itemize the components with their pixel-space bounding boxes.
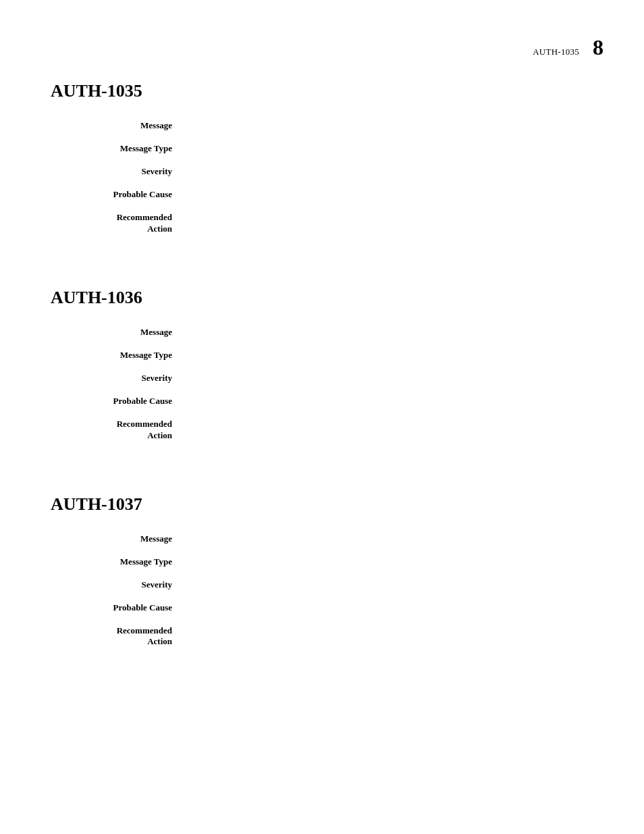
field-row-recaction-1036: RecommendedAction [51, 419, 603, 454]
field-label-probcause-1035: Probable Cause [51, 189, 186, 212]
field-label-message-1037: Message [51, 533, 186, 556]
entry-title-auth-1037: AUTH-1037 [51, 494, 603, 515]
field-row-severity-1037: Severity [51, 579, 603, 602]
entry-title-auth-1036: AUTH-1036 [51, 288, 603, 308]
entry-fields-auth-1037: Message Message Type Severity Probable C… [51, 533, 603, 660]
field-label-recaction-1036: RecommendedAction [51, 419, 186, 454]
field-label-message-1035: Message [51, 120, 186, 143]
entry-title-auth-1035: AUTH-1035 [51, 81, 603, 101]
field-row-recaction-1037: RecommendedAction [51, 625, 603, 660]
field-label-probcause-1037: Probable Cause [51, 602, 186, 625]
field-label-severity-1035: Severity [51, 166, 186, 189]
header-page-number: 8 [593, 35, 603, 60]
entry-fields-auth-1036: Message Message Type Severity Probable C… [51, 327, 603, 454]
field-row-probcause-1035: Probable Cause [51, 189, 603, 212]
field-label-msgtype-1037: Message Type [51, 556, 186, 579]
field-label-message-1036: Message [51, 327, 186, 350]
field-value-severity-1035 [186, 166, 603, 189]
field-value-severity-1037 [186, 579, 603, 602]
field-value-message-1035 [186, 120, 603, 143]
field-value-message-1036 [186, 327, 603, 350]
field-label-recaction-1037: RecommendedAction [51, 625, 186, 660]
field-row-msgtype-1036: Message Type [51, 350, 603, 373]
field-value-recaction-1035 [186, 212, 603, 247]
field-label-msgtype-1035: Message Type [51, 143, 186, 166]
field-row-recaction-1035: RecommendedAction [51, 212, 603, 247]
field-row-msgtype-1035: Message Type [51, 143, 603, 166]
field-value-probcause-1037 [186, 602, 603, 625]
field-row-severity-1035: Severity [51, 166, 603, 189]
field-label-severity-1037: Severity [51, 579, 186, 602]
field-value-probcause-1035 [186, 189, 603, 212]
field-label-probcause-1036: Probable Cause [51, 396, 186, 419]
field-row-message-1036: Message [51, 327, 603, 350]
field-value-probcause-1036 [186, 396, 603, 419]
field-row-msgtype-1037: Message Type [51, 556, 603, 579]
field-value-message-1037 [186, 533, 603, 556]
entry-fields-auth-1035: Message Message Type Severity Probable C… [51, 120, 603, 247]
field-value-msgtype-1036 [186, 350, 603, 373]
field-row-message-1037: Message [51, 533, 603, 556]
field-label-msgtype-1036: Message Type [51, 350, 186, 373]
field-value-recaction-1037 [186, 625, 603, 660]
field-value-recaction-1036 [186, 419, 603, 454]
entry-auth-1035: AUTH-1035 Message Message Type Severity … [51, 81, 603, 247]
header-title: AUTH-1035 [533, 47, 579, 57]
page-content: AUTH-1035 Message Message Type Severity … [0, 0, 644, 660]
field-label-recaction-1035: RecommendedAction [51, 212, 186, 247]
field-row-probcause-1036: Probable Cause [51, 396, 603, 419]
entry-auth-1037: AUTH-1037 Message Message Type Severity … [51, 494, 603, 660]
field-value-msgtype-1035 [186, 143, 603, 166]
field-row-severity-1036: Severity [51, 373, 603, 396]
field-value-severity-1036 [186, 373, 603, 396]
field-value-msgtype-1037 [186, 556, 603, 579]
page-header: AUTH-1035 8 [533, 35, 603, 60]
field-label-severity-1036: Severity [51, 373, 186, 396]
entry-auth-1036: AUTH-1036 Message Message Type Severity … [51, 288, 603, 454]
field-row-message-1035: Message [51, 120, 603, 143]
field-row-probcause-1037: Probable Cause [51, 602, 603, 625]
